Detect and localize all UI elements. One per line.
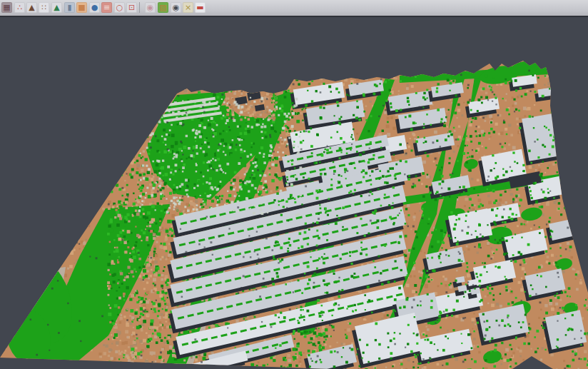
terrain-mound-icon[interactable]: ▲	[26, 2, 37, 13]
crop-frame-icon[interactable]: ⊡	[126, 2, 137, 13]
toolbar-separator	[139, 2, 140, 13]
section-slab-icon[interactable]: ▮	[64, 2, 75, 13]
sample-points-icon[interactable]: ∴	[14, 2, 25, 13]
app-window: ▦∴▲∷▲▮■●≡○⊡◉▧◉×▬	[0, 0, 588, 369]
globe-icon[interactable]: ●	[89, 2, 100, 13]
checker-sphere-icon[interactable]: ◉	[145, 2, 156, 13]
flag-strip-icon[interactable]: ▬	[195, 2, 206, 13]
toolbar: ▦∴▲∷▲▮■●≡○⊡◉▧◉×▬	[0, 0, 588, 17]
green-hill-icon[interactable]: ▲	[51, 2, 62, 13]
3d-viewport[interactable]	[0, 17, 588, 369]
layer-list-icon[interactable]: ≡	[101, 2, 112, 13]
classified-cloud-icon[interactable]: ▦	[1, 2, 12, 13]
orthophoto-icon[interactable]: ■	[76, 2, 87, 13]
wire-globe-icon[interactable]: ◉	[171, 2, 181, 13]
cut-cross-icon[interactable]: ×	[183, 2, 193, 13]
classification-map-icon[interactable]: ▧	[158, 2, 168, 13]
circle-tool-icon[interactable]: ○	[114, 2, 125, 13]
sparse-points-icon[interactable]: ∷	[39, 2, 49, 13]
